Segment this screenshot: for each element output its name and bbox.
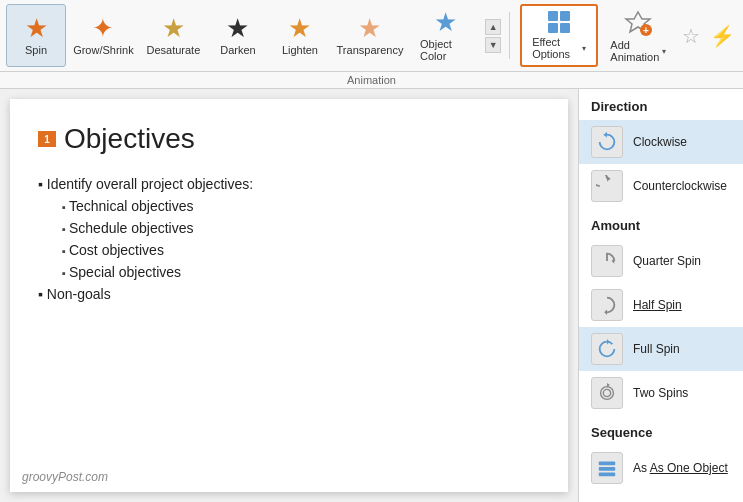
as-one-object-option[interactable]: As As One Object: [579, 446, 743, 490]
full-spin-icon: [591, 333, 623, 365]
clockwise-label: Clockwise: [633, 135, 687, 149]
counterclockwise-option[interactable]: Counterclockwise: [579, 164, 743, 208]
object-color-icon: ★: [434, 9, 457, 35]
as-one-object-label: As As One Object: [633, 461, 728, 475]
slide-bullet-1: Identify overall project objectives:: [38, 173, 540, 195]
toolbar-item-object-color[interactable]: ★ Object Color: [410, 4, 481, 67]
effect-options-chevron: ▾: [582, 44, 586, 53]
half-spin-option[interactable]: Half Spin: [579, 283, 743, 327]
grow-shrink-label: Grow/Shrink: [73, 44, 134, 56]
toolbar-item-lighten[interactable]: ★ Lighten: [270, 4, 330, 67]
list-item: Technical objectives: [62, 195, 540, 217]
toolbar-item-spin[interactable]: ★ Spin: [6, 4, 66, 67]
svg-rect-7: [599, 467, 616, 471]
slide: 1 Objectives Identify overall project ob…: [10, 99, 568, 492]
counterclockwise-icon: [591, 170, 623, 202]
half-spin-icon: [591, 289, 623, 321]
darken-icon: ★: [226, 15, 249, 41]
list-item: Cost objectives: [62, 239, 540, 261]
animation-bar: Animation: [0, 72, 743, 89]
main-area: 1 Objectives Identify overall project ob…: [0, 89, 743, 502]
slide-sub-bullets: Technical objectives Schedule objectives…: [38, 195, 540, 283]
star-button[interactable]: ☆: [678, 4, 704, 67]
svg-rect-6: [599, 462, 616, 466]
two-spins-label: Two Spins: [633, 386, 688, 400]
toolbar-item-transparency[interactable]: ★ Transparency: [332, 4, 408, 67]
clockwise-option[interactable]: Clockwise: [579, 120, 743, 164]
lightning-button[interactable]: ⚡: [706, 4, 739, 67]
effect-options-button[interactable]: Effect Options ▾: [520, 4, 598, 67]
add-animation-button[interactable]: + Add Animation ▾: [600, 4, 676, 67]
amount-header: Amount: [579, 208, 743, 239]
spin-label: Spin: [25, 44, 47, 56]
toolbar-right-actions: Effect Options ▾ + Add Animation ▾ ☆ ⚡: [516, 4, 739, 67]
effect-options-label: Effect Options: [532, 36, 580, 60]
toolbar-item-darken[interactable]: ★ Darken: [208, 4, 268, 67]
object-color-label: Object Color: [420, 38, 471, 62]
svg-rect-8: [599, 473, 616, 477]
add-animation-label: Add Animation: [610, 39, 660, 63]
scroll-down-arrow[interactable]: ▼: [485, 37, 501, 53]
as-one-object-icon: [591, 452, 623, 484]
effect-options-icon: [548, 11, 570, 33]
slide-title: 1 Objectives: [38, 123, 540, 155]
toolbar: ★ Spin ✦ Grow/Shrink ★ Desaturate ★ Dark…: [0, 0, 743, 72]
two-spins-option[interactable]: Two Spins: [579, 371, 743, 415]
lighten-icon: ★: [288, 15, 311, 41]
list-item: Schedule objectives: [62, 217, 540, 239]
slide-number: 1: [38, 131, 56, 147]
animation-bar-label: Animation: [347, 74, 396, 86]
two-spins-icon: [591, 377, 623, 409]
grow-shrink-icon: ✦: [92, 15, 114, 41]
scroll-up-arrow[interactable]: ▲: [485, 19, 501, 35]
quarter-spin-label: Quarter Spin: [633, 254, 701, 268]
half-spin-label: Half Spin: [633, 298, 682, 312]
watermark: groovyPost.com: [22, 470, 108, 484]
lighten-label: Lighten: [282, 44, 318, 56]
toolbar-item-desaturate[interactable]: ★ Desaturate: [141, 4, 206, 67]
quarter-spin-option[interactable]: Quarter Spin: [579, 239, 743, 283]
add-animation-icon: +: [624, 8, 652, 36]
lightning-icon: ⚡: [710, 24, 735, 48]
slide-bullet-2: Non-goals: [38, 283, 540, 305]
direction-header: Direction: [579, 89, 743, 120]
clockwise-icon: [591, 126, 623, 158]
toolbar-scroll: ▲ ▼: [483, 4, 503, 67]
full-spin-label: Full Spin: [633, 342, 680, 356]
dropdown-panel: Direction Clockwise Counterclockwise A: [578, 89, 743, 502]
star-icon: ☆: [682, 24, 700, 48]
spin-icon: ★: [25, 15, 48, 41]
svg-point-4: [601, 387, 614, 400]
sequence-header: Sequence: [579, 415, 743, 446]
add-animation-chevron: ▾: [662, 47, 666, 56]
desaturate-label: Desaturate: [146, 44, 200, 56]
slide-bullets: Identify overall project objectives: Tec…: [38, 173, 540, 305]
transparency-icon: ★: [358, 15, 381, 41]
svg-text:+: +: [643, 25, 649, 36]
separator-1: [509, 12, 510, 59]
toolbar-item-grow-shrink[interactable]: ✦ Grow/Shrink: [68, 4, 139, 67]
darken-label: Darken: [220, 44, 255, 56]
desaturate-icon: ★: [162, 15, 185, 41]
svg-point-5: [603, 389, 610, 396]
quarter-spin-icon: [591, 245, 623, 277]
counterclockwise-label: Counterclockwise: [633, 179, 727, 193]
transparency-label: Transparency: [337, 44, 404, 56]
list-item: Special objectives: [62, 261, 540, 283]
full-spin-option[interactable]: Full Spin: [579, 327, 743, 371]
slide-area: 1 Objectives Identify overall project ob…: [0, 89, 578, 502]
